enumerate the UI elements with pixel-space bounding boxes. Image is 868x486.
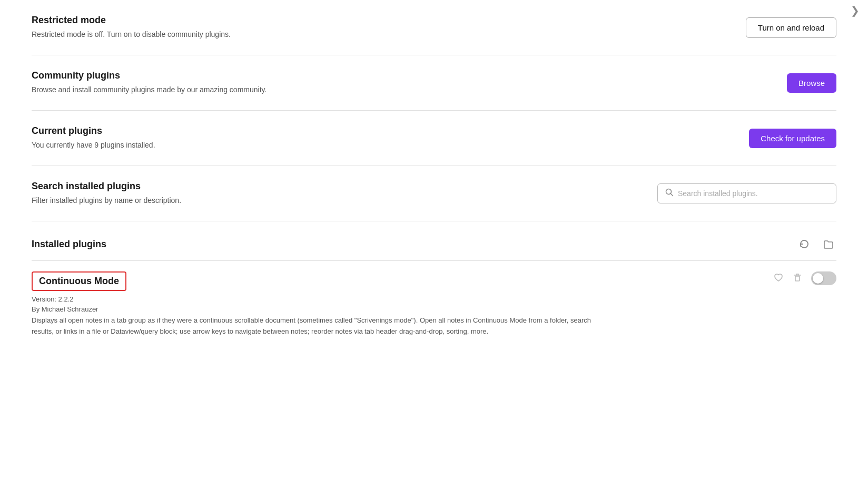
- search-plugins-section: Search installed plugins Filter installe…: [32, 166, 836, 221]
- plugin-name-box[interactable]: Continuous Mode: [32, 271, 126, 291]
- toggle-track: [811, 271, 836, 285]
- plugin-name: Continuous Mode: [39, 276, 119, 286]
- turn-on-reload-button[interactable]: Turn on and reload: [746, 17, 836, 38]
- search-plugins-info: Search installed plugins Filter installe…: [32, 181, 506, 206]
- toggle-thumb: [813, 273, 823, 284]
- restricted-mode-info: Restricted mode Restricted mode is off. …: [32, 15, 506, 40]
- plugin-toggle[interactable]: [811, 271, 836, 285]
- community-plugins-title: Community plugins: [32, 70, 506, 81]
- plugin-row: Continuous Mode Version: 2.2.2 By Michae…: [32, 271, 836, 337]
- search-plugins-title: Search installed plugins: [32, 181, 506, 192]
- svg-rect-2: [795, 276, 800, 281]
- search-box: [657, 183, 836, 203]
- list-item: Continuous Mode Version: 2.2.2 By Michae…: [32, 261, 836, 348]
- current-plugins-info: Current plugins You currently have 9 plu…: [32, 125, 506, 151]
- favorite-icon[interactable]: [773, 272, 784, 285]
- search-icon: [665, 188, 674, 199]
- current-plugins-section: Current plugins You currently have 9 plu…: [32, 111, 836, 166]
- svg-line-1: [671, 194, 673, 196]
- current-plugins-action: Check for updates: [749, 129, 836, 148]
- installed-plugins-header: Installed plugins: [32, 236, 836, 252]
- check-for-updates-button[interactable]: Check for updates: [749, 129, 836, 148]
- open-plugins-folder-button[interactable]: [821, 236, 836, 252]
- community-plugins-desc: Browse and install community plugins mad…: [32, 84, 506, 95]
- plugin-description: Displays all open notes in a tab group a…: [32, 315, 611, 337]
- plugin-info: Continuous Mode Version: 2.2.2 By Michae…: [32, 271, 773, 337]
- search-plugins-desc: Filter installed plugins by name or desc…: [32, 195, 506, 206]
- search-plugins-action: [657, 183, 836, 203]
- browse-button[interactable]: Browse: [787, 73, 836, 93]
- delete-plugin-icon[interactable]: [792, 272, 803, 285]
- plugin-controls: [773, 271, 836, 285]
- plugin-author: By Michael Schrauzer: [32, 305, 773, 313]
- restricted-mode-action: Turn on and reload: [746, 17, 836, 38]
- installed-plugins-title: Installed plugins: [32, 239, 106, 250]
- installed-plugins-section: Installed plugins: [32, 221, 836, 356]
- restricted-mode-section: Restricted mode Restricted mode is off. …: [32, 0, 836, 55]
- installed-plugins-actions: [796, 236, 836, 252]
- community-plugins-info: Community plugins Browse and install com…: [32, 70, 506, 95]
- chevron-right-icon[interactable]: ❯: [851, 4, 860, 17]
- current-plugins-title: Current plugins: [32, 125, 506, 137]
- restricted-mode-desc: Restricted mode is off. Turn on to disab…: [32, 29, 506, 40]
- restricted-mode-title: Restricted mode: [32, 15, 506, 26]
- current-plugins-desc: You currently have 9 plugins installed.: [32, 140, 506, 151]
- search-input[interactable]: [678, 189, 828, 198]
- reload-plugins-button[interactable]: [796, 236, 812, 252]
- community-plugins-section: Community plugins Browse and install com…: [32, 55, 836, 111]
- plugin-version: Version: 2.2.2: [32, 295, 773, 303]
- community-plugins-action: Browse: [787, 73, 836, 93]
